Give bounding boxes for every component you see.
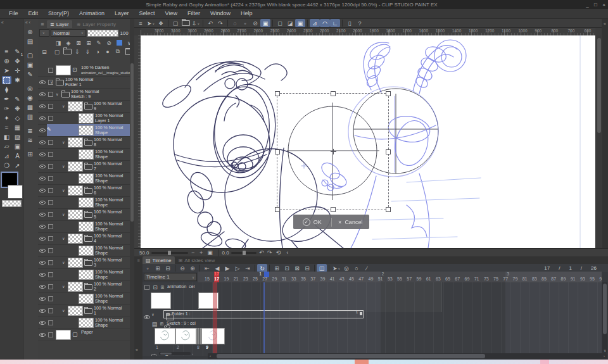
- tab-all-sides-view[interactable]: ⊞ All sides view: [175, 256, 218, 264]
- layer-checkbox[interactable]: [48, 308, 53, 313]
- undo-icon[interactable]: ↶: [205, 19, 215, 27]
- expand-caret-icon[interactable]: ∨: [62, 188, 65, 192]
- help-icon[interactable]: ?: [355, 19, 365, 27]
- navigator-icon[interactable]: ⊚: [25, 28, 35, 36]
- track-folder1-visibility-icon[interactable]: [144, 314, 150, 320]
- reset-view-icon[interactable]: ⟲: [275, 249, 282, 257]
- frame-thumbnail-icon[interactable]: ▫: [142, 264, 153, 272]
- layer-thumbnail[interactable]: [79, 113, 94, 123]
- layer-row[interactable]: ▢Paper: [38, 329, 130, 341]
- layer-thumbnail[interactable]: [79, 173, 94, 184]
- enable-keyframe-icon[interactable]: ◈: [63, 39, 73, 47]
- border-gradient-icon[interactable]: ◪: [285, 19, 295, 27]
- layer-row[interactable]: 100 % NormalShape: [38, 148, 130, 161]
- palette-menu-icon[interactable]: ≡: [2, 47, 11, 56]
- timeline-panel-menu-icon[interactable]: ≡: [134, 258, 142, 263]
- layer-row[interactable]: ∨100 % Normal4: [38, 232, 130, 245]
- layer-row[interactable]: 100 % NormalShape: [38, 196, 130, 209]
- timeline-vertical-scrollbar[interactable]: ∨: [602, 282, 607, 353]
- timeline-horizontal-scrollbar[interactable]: ‹ ›: [208, 353, 607, 359]
- apply-mask-icon[interactable]: ●: [103, 47, 113, 56]
- timeline-zoom-in-icon[interactable]: ⊕: [187, 264, 198, 272]
- track-folder1-collapse-icon[interactable]: ∨: [150, 310, 156, 318]
- blend-tool-icon[interactable]: ≈: [2, 123, 11, 132]
- correct-line-tool-icon[interactable]: ➚: [13, 161, 22, 170]
- track-camera-expand-icon[interactable]: ⊞: [160, 283, 165, 291]
- transform-handle[interactable]: [386, 207, 391, 212]
- layer-checkbox[interactable]: [48, 188, 53, 193]
- layer-visibility-icon[interactable]: [39, 284, 46, 289]
- layer-list-scrollbar[interactable]: [130, 19, 134, 360]
- layer-checkbox[interactable]: [48, 176, 53, 181]
- quick-access-icon[interactable]: ▢: [25, 51, 35, 60]
- crop-selection-icon[interactable]: ▣: [260, 19, 270, 27]
- liquify-tool-icon[interactable]: ▦: [13, 123, 22, 132]
- layer-thumbnail[interactable]: [79, 270, 94, 280]
- layer-visibility-icon[interactable]: [39, 91, 46, 97]
- layer-checkbox[interactable]: [48, 92, 53, 97]
- layer-checkbox[interactable]: [48, 332, 53, 337]
- layer-thumbnail[interactable]: [79, 246, 94, 256]
- layer-visibility-icon[interactable]: [39, 139, 46, 145]
- layer-visibility-icon[interactable]: [39, 103, 46, 109]
- layer-thumbnail[interactable]: [79, 318, 94, 328]
- layer-checkbox[interactable]: [48, 68, 53, 73]
- insert-frame-icon[interactable]: ⊞: [153, 264, 163, 272]
- eyedropper-tool-icon[interactable]: ⧫: [2, 85, 11, 94]
- menu-storyp[interactable]: Story(P): [43, 9, 74, 18]
- layer-visibility-icon[interactable]: [39, 211, 46, 217]
- create-layer-mask-icon[interactable]: ◑: [92, 47, 103, 56]
- layer-visibility-icon[interactable]: [39, 187, 46, 193]
- zoom-in-icon[interactable]: +: [198, 249, 205, 257]
- transform-handle[interactable]: [331, 91, 336, 96]
- selection-tool-icon[interactable]: [2, 76, 11, 84]
- hand-tool-icon[interactable]: ✥: [13, 57, 22, 65]
- ok-button[interactable]: ✓ OK: [293, 218, 331, 226]
- transform-handle[interactable]: [275, 149, 280, 154]
- layer-visibility-icon[interactable]: [39, 272, 46, 277]
- layer-visibility-icon[interactable]: [39, 296, 46, 301]
- reselect-icon[interactable]: ▫: [240, 19, 250, 27]
- rotate-right-icon[interactable]: ↷: [267, 249, 273, 257]
- layer-panel-menu-icon[interactable]: ≡: [39, 20, 46, 28]
- tab-layer-property[interactable]: ≋ Layer Property: [73, 20, 119, 28]
- layer-row[interactable]: ∨100 % Normal1: [38, 304, 130, 317]
- ruler-range-icon[interactable]: ⊘: [104, 39, 114, 47]
- layer-thumbnail[interactable]: [68, 137, 83, 147]
- canvas-rotate-slider[interactable]: [231, 252, 256, 254]
- transform-selection-box[interactable]: [277, 93, 389, 210]
- transform-handle[interactable]: [275, 91, 280, 96]
- draft-layer-icon[interactable]: ✎: [94, 39, 104, 47]
- menu-view[interactable]: View: [160, 9, 182, 18]
- tab-timeline[interactable]: ▤ Timeline: [142, 256, 175, 264]
- redo-icon[interactable]: ↷: [215, 19, 225, 27]
- timeline-collapse-icon[interactable]: «: [136, 348, 138, 352]
- palette-dock-icon[interactable]: ⊟: [39, 47, 49, 56]
- zoom-out-icon[interactable]: −: [190, 249, 196, 257]
- transform-handle[interactable]: [386, 91, 391, 96]
- layer-checkbox[interactable]: [48, 104, 53, 109]
- pencil-tool-icon[interactable]: ✎: [13, 95, 22, 103]
- layer-thumbnail[interactable]: [68, 101, 83, 111]
- expand-caret-icon[interactable]: ∨: [62, 140, 65, 144]
- track-sketch-expand-icon[interactable]: ⊞: [159, 320, 165, 328]
- decoration-tool-icon[interactable]: ✦: [2, 114, 11, 122]
- menu-help[interactable]: Help: [236, 9, 258, 18]
- maximize-button[interactable]: □: [592, 2, 600, 8]
- layer-row[interactable]: 100 % NormalShape: [38, 292, 130, 305]
- clip-end-handle[interactable]: [360, 312, 362, 315]
- layer-checkbox[interactable]: [48, 248, 53, 253]
- layer-visibility-icon[interactable]: [39, 235, 46, 241]
- layer-row[interactable]: 100 % NormalShape: [38, 244, 130, 257]
- scroll-right-icon[interactable]: ›: [604, 354, 605, 358]
- lock-transparent-pixel-icon[interactable]: ⊞: [84, 39, 94, 47]
- menu-file[interactable]: File: [4, 9, 23, 18]
- palette-color-button[interactable]: ∨: [39, 29, 49, 37]
- layer-visibility-icon[interactable]: [39, 248, 46, 253]
- layer-thumbnail[interactable]: [79, 149, 94, 160]
- menu-filter[interactable]: Filter: [182, 9, 205, 18]
- menu-window[interactable]: Window: [205, 9, 236, 18]
- close-button[interactable]: ×: [600, 2, 608, 8]
- layer-checkbox[interactable]: [48, 260, 53, 265]
- track-camera-name[interactable]: animation_cel__ima: [167, 284, 198, 289]
